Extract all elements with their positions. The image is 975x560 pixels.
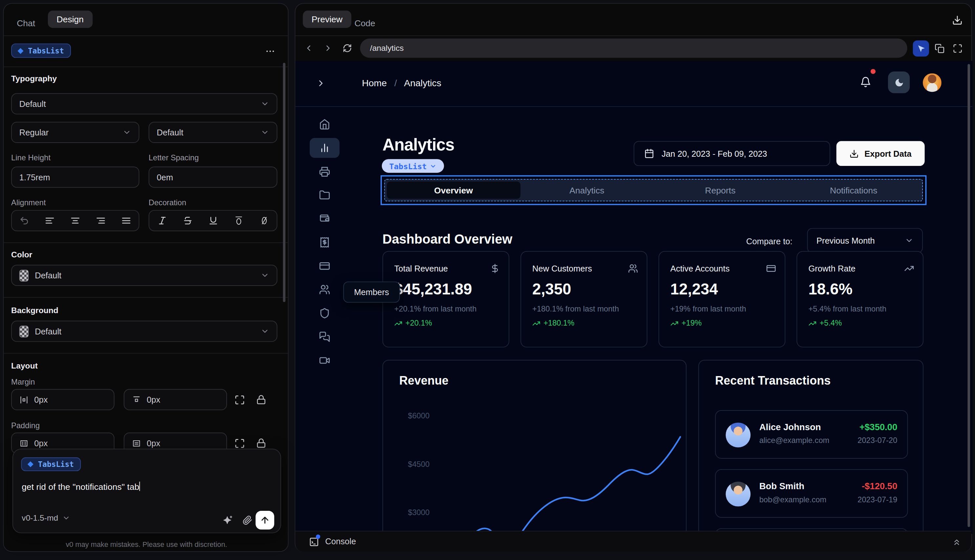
expand-icon[interactable]	[235, 438, 245, 448]
background-select-value: Default	[35, 327, 61, 336]
sidebar-item-print[interactable]	[310, 162, 339, 182]
composer-component-chip[interactable]: TabsList	[21, 457, 81, 471]
theme-toggle-button[interactable]	[888, 72, 910, 93]
compare-value: Previous Month	[816, 236, 875, 245]
tab-reports[interactable]: Reports	[653, 181, 787, 199]
chevrons-up-icon[interactable]	[952, 538, 961, 547]
transaction-amount: -$120.50	[862, 481, 898, 491]
recent-transactions-card: Recent Transactions Alice Johnson alice@…	[698, 360, 923, 534]
transaction-name: Bob Smith	[759, 481, 804, 491]
padding-horizontal-icon	[19, 438, 28, 448]
breadcrumb-home[interactable]: Home	[362, 78, 387, 88]
v0-workspace: Chat Design TabsList Typography Default …	[0, 0, 975, 560]
text-cursor	[139, 482, 140, 491]
compare-label: Compare to:	[746, 237, 793, 246]
compare-select[interactable]: Previous Month	[807, 228, 923, 253]
sidebar-toggle-icon[interactable]	[316, 78, 326, 88]
margin-vertical-icon	[132, 395, 141, 404]
strikethrough-icon[interactable]	[182, 216, 192, 225]
download-icon	[849, 149, 858, 158]
sidebar-item-wallet[interactable]	[310, 209, 339, 229]
refresh-icon[interactable]	[342, 43, 352, 53]
user-avatar[interactable]	[923, 73, 942, 92]
margin-x-input[interactable]: 0px	[11, 389, 115, 410]
font-size-select[interactable]: Default	[149, 122, 277, 143]
folder-icon	[319, 190, 330, 201]
url-input[interactable]: /analytics	[360, 39, 907, 58]
console-bar[interactable]: Console	[295, 531, 971, 552]
sidebar-item-home[interactable]	[310, 115, 339, 135]
tab-code[interactable]: Code	[354, 15, 375, 32]
send-button[interactable]	[255, 511, 274, 530]
line-height-input[interactable]: 1.75rem	[11, 167, 139, 188]
fullscreen-icon[interactable]	[953, 43, 963, 53]
forward-icon[interactable]	[324, 43, 333, 53]
lock-icon[interactable]	[256, 438, 266, 448]
stat-card-total-revenue: Total Revenue $45,231.89 +20.1% from las…	[382, 251, 509, 348]
underline-icon[interactable]	[208, 216, 218, 225]
font-weight-select[interactable]: Regular	[11, 122, 139, 143]
align-left-icon[interactable]	[45, 216, 55, 225]
revenue-chart-card: Revenue $6000 $4500 $3000	[382, 360, 687, 534]
prompt-input[interactable]: get rid of the "notifications" tab	[22, 482, 140, 492]
inspect-tool-button[interactable]	[913, 40, 929, 57]
slashed-zero-icon[interactable]	[259, 216, 269, 225]
lock-icon[interactable]	[256, 395, 266, 405]
sidebar-item-invoices[interactable]	[310, 232, 339, 252]
transaction-email: alice@example.com	[759, 437, 829, 445]
stat-card-active-accounts: Active Accounts 12,234 +19% from last mo…	[658, 251, 785, 348]
credit-card-icon	[319, 260, 330, 272]
sidebar-item-files[interactable]	[310, 185, 339, 205]
tab-chat[interactable]: Chat	[17, 15, 35, 32]
export-data-button[interactable]: Export Data	[836, 141, 925, 166]
dollar-icon	[490, 263, 500, 273]
align-justify-icon[interactable]	[121, 216, 131, 225]
tab-notifications[interactable]: Notifications	[787, 181, 920, 199]
bell-icon[interactable]	[860, 77, 871, 88]
sidebar-item-members[interactable]	[310, 280, 339, 300]
undo-icon[interactable]	[20, 216, 30, 225]
selected-component-chip[interactable]: TabsList	[11, 43, 71, 58]
font-select[interactable]: Default	[11, 93, 277, 114]
align-center-icon[interactable]	[70, 216, 80, 225]
sparkles-icon[interactable]	[223, 515, 233, 525]
prompt-composer[interactable]: TabsList get rid of the "notifications" …	[12, 449, 281, 533]
padding-label: Padding	[11, 421, 40, 430]
back-icon[interactable]	[304, 43, 313, 53]
sidebar-item-analytics[interactable]	[310, 138, 339, 158]
transaction-email: bob@example.com	[759, 495, 826, 504]
overline-icon[interactable]	[234, 216, 244, 225]
transaction-row: Alice Johnson alice@example.com +$350.00…	[715, 410, 908, 459]
ellipsis-icon[interactable]	[265, 46, 275, 57]
expand-icon[interactable]	[235, 395, 245, 405]
trending-up-icon	[904, 263, 914, 273]
copy-icon[interactable]	[935, 43, 945, 53]
sidebar-item-messages[interactable]	[310, 327, 339, 347]
align-right-icon[interactable]	[95, 216, 105, 225]
left-panel-scrollbar[interactable]	[283, 63, 285, 302]
sidebar-item-security[interactable]	[310, 303, 339, 323]
sidebar-item-payments[interactable]	[310, 256, 339, 276]
background-select[interactable]: Default	[11, 321, 277, 342]
tab-preview[interactable]: Preview	[303, 10, 351, 28]
transaction-row: Bob Smith bob@example.com -$120.50 2023-…	[715, 469, 908, 518]
paperclip-icon[interactable]	[242, 515, 252, 525]
selected-element-chip[interactable]: TabsList	[382, 159, 444, 173]
margin-y-input[interactable]: 0px	[124, 389, 227, 410]
preview-scrollbar[interactable]	[967, 64, 970, 527]
tab-analytics[interactable]: Analytics	[520, 181, 654, 199]
date-range-picker[interactable]: Jan 20, 2023 - Feb 09, 2023	[634, 141, 830, 166]
tab-design[interactable]: Design	[48, 10, 92, 28]
color-select[interactable]: Default	[11, 265, 277, 285]
download-icon[interactable]	[952, 15, 963, 25]
model-selector[interactable]: v0-1.5-md	[22, 513, 70, 523]
italic-icon[interactable]	[157, 216, 167, 225]
tab-overview[interactable]: Overview	[387, 181, 520, 199]
revenue-line-chart	[383, 360, 687, 534]
stat-value: 2,350	[533, 280, 571, 298]
sidebar-item-video[interactable]	[310, 350, 339, 370]
diamond-icon	[17, 47, 24, 55]
letter-spacing-input[interactable]: 0em	[149, 167, 277, 188]
avatar	[726, 423, 751, 448]
chevron-down-icon	[260, 271, 269, 280]
